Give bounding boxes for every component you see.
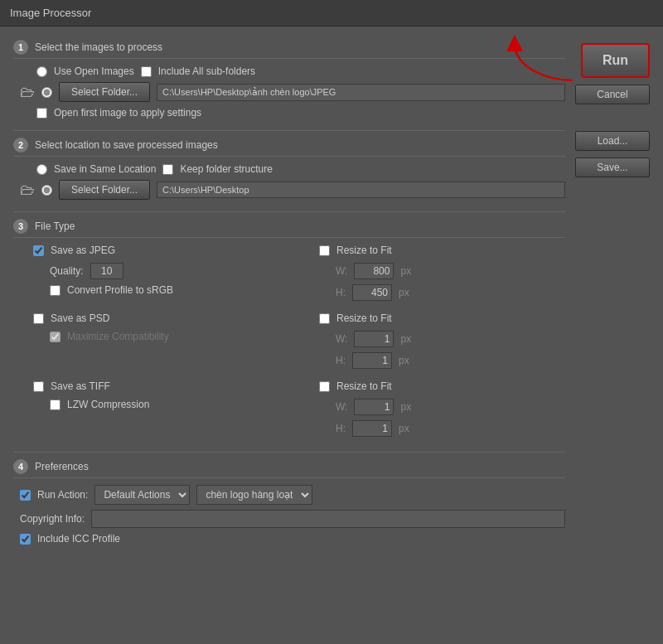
save-same-location-row: Save in Same Location Keep folder struct… <box>13 163 565 175</box>
tiff-w-input[interactable] <box>354 399 394 415</box>
folder-icon-1: 🗁 <box>20 84 35 101</box>
tiff-h-input[interactable] <box>352 420 392 437</box>
section-4-header: 4 Preferences <box>13 459 565 478</box>
resize-to-fit-psd-row: Resize to Fit <box>312 312 565 324</box>
jpeg-h-px: px <box>399 287 409 298</box>
run-button[interactable]: Run <box>581 43 650 78</box>
section-2: 2 Select location to save processed imag… <box>13 138 565 200</box>
jpeg-w-label: W: <box>336 265 347 277</box>
jpeg-h-input[interactable] <box>352 284 392 301</box>
section-2-number: 2 <box>13 138 28 153</box>
run-action-row: Run Action: Default Actions chèn logo hà… <box>13 485 565 505</box>
keep-structure-checkbox[interactable] <box>162 164 173 175</box>
title-bar: Image Processor <box>0 0 663 27</box>
psd-h-input[interactable] <box>352 352 392 369</box>
lzw-checkbox[interactable] <box>50 399 60 410</box>
save-as-jpeg-label: Save as JPEG <box>51 245 115 256</box>
resize-to-fit-jpeg-label: Resize to Fit <box>336 245 392 256</box>
save-as-tiff-row: Save as TIFF <box>27 380 279 392</box>
max-compat-checkbox[interactable] <box>50 332 60 342</box>
section-2-title: Select location to save processed images <box>35 139 218 151</box>
main-panel: 1 Select the images to process Use Open … <box>13 40 565 556</box>
resize-to-fit-psd-checkbox[interactable] <box>319 313 330 324</box>
select-folder-2-radio[interactable] <box>41 185 52 196</box>
psd-w-input[interactable] <box>354 331 394 347</box>
cancel-button[interactable]: Cancel <box>575 85 650 104</box>
open-first-image-checkbox[interactable] <box>36 108 47 119</box>
psd-w-px: px <box>400 333 411 345</box>
quality-input[interactable] <box>90 263 123 279</box>
keep-structure-label: Keep folder structure <box>180 163 272 175</box>
folder-2-path: C:\Users\HP\Desktop <box>157 182 565 198</box>
select-folder-1-radio[interactable] <box>41 87 52 98</box>
psd-h-px: px <box>399 355 409 366</box>
select-folder-1-row: 🗁 Select Folder... C:\Users\HP\Desktop\ả… <box>13 82 565 102</box>
tiff-h-px: px <box>399 423 409 434</box>
tiff-w-row: W: px <box>312 399 565 415</box>
folder-1-path: C:\Users\HP\Desktop\ảnh chèn logo\JPEG <box>157 84 565 101</box>
include-icc-checkbox[interactable] <box>20 534 31 545</box>
save-as-jpeg-row: Save as JPEG <box>27 245 279 256</box>
sub-action-select[interactable]: chèn logo hàng loạt <box>196 485 312 505</box>
open-first-image-label: Open first image to apply settings <box>54 107 201 119</box>
jpeg-h-label: H: <box>336 287 346 298</box>
section-1-title: Select the images to process <box>35 41 162 53</box>
copyright-row: Copyright Info: <box>13 510 565 528</box>
save-button[interactable]: Save... <box>575 157 650 177</box>
save-as-jpeg-checkbox[interactable] <box>33 245 44 256</box>
select-folder-2-button[interactable]: Select Folder... <box>59 180 150 200</box>
side-panel-top: Run Cancel Load... Save... <box>575 40 650 177</box>
jpeg-w-row: W: px <box>312 263 565 279</box>
convert-profile-row: Convert Profile to sRGB <box>27 284 279 296</box>
psd-h-label: H: <box>336 355 346 366</box>
run-button-container: Run <box>581 43 650 78</box>
section-3: 3 File Type Save as JPEG Quality: <box>13 219 565 440</box>
max-compat-row: Maximize Compatibility <box>27 331 279 342</box>
resize-to-fit-tiff-row: Resize to Fit <box>312 380 565 392</box>
section-3-header: 3 File Type <box>13 219 565 238</box>
default-actions-select[interactable]: Default Actions <box>94 485 190 505</box>
save-as-psd-checkbox[interactable] <box>33 313 44 324</box>
use-open-images-label: Use Open Images <box>54 65 134 77</box>
lzw-label: LZW Compression <box>67 399 149 410</box>
select-folder-1-button[interactable]: Select Folder... <box>59 82 150 102</box>
folder-icon-2: 🗁 <box>20 182 35 199</box>
section-1-header: 1 Select the images to process <box>13 40 565 59</box>
include-icc-label: Include ICC Profile <box>37 533 120 545</box>
section-3-number: 3 <box>13 219 28 234</box>
save-as-psd-label: Save as PSD <box>51 312 109 324</box>
psd-w-row: W: px <box>312 331 565 347</box>
save-as-tiff-checkbox[interactable] <box>33 381 44 392</box>
include-subfolders-label: Include All sub-folders <box>158 65 255 77</box>
save-same-location-radio[interactable] <box>36 164 47 175</box>
include-icc-row: Include ICC Profile <box>13 533 565 545</box>
tiff-h-label: H: <box>336 423 346 434</box>
tiff-w-label: W: <box>336 401 347 413</box>
resize-to-fit-tiff-label: Resize to Fit <box>336 380 392 392</box>
jpeg-w-px: px <box>400 265 411 277</box>
convert-profile-label: Convert Profile to sRGB <box>67 284 173 296</box>
jpeg-w-input[interactable] <box>354 263 394 279</box>
jpeg-quality-row: Quality: <box>27 263 279 279</box>
resize-to-fit-jpeg-checkbox[interactable] <box>319 245 330 256</box>
run-action-checkbox[interactable] <box>20 490 31 501</box>
convert-profile-checkbox[interactable] <box>50 285 60 296</box>
resize-to-fit-tiff-checkbox[interactable] <box>319 381 330 392</box>
resize-to-fit-psd-label: Resize to Fit <box>336 312 392 324</box>
section-4: 4 Preferences Run Action: Default Action… <box>13 459 565 545</box>
psd-w-label: W: <box>336 333 347 345</box>
max-compat-label: Maximize Compatibility <box>67 331 169 342</box>
copyright-input[interactable] <box>91 510 565 528</box>
section-1: 1 Select the images to process Use Open … <box>13 40 565 119</box>
section-4-title: Preferences <box>35 461 89 472</box>
load-button[interactable]: Load... <box>575 131 650 151</box>
copyright-label: Copyright Info: <box>20 513 85 525</box>
section-1-number: 1 <box>13 40 28 55</box>
save-as-tiff-label: Save as TIFF <box>51 380 110 392</box>
use-open-images-radio[interactable] <box>36 66 47 77</box>
section-3-title: File Type <box>35 220 75 232</box>
lzw-row: LZW Compression <box>27 399 279 410</box>
save-as-psd-row: Save as PSD <box>27 312 279 324</box>
include-subfolders-checkbox[interactable] <box>141 66 152 77</box>
section-2-header: 2 Select location to save processed imag… <box>13 138 565 157</box>
